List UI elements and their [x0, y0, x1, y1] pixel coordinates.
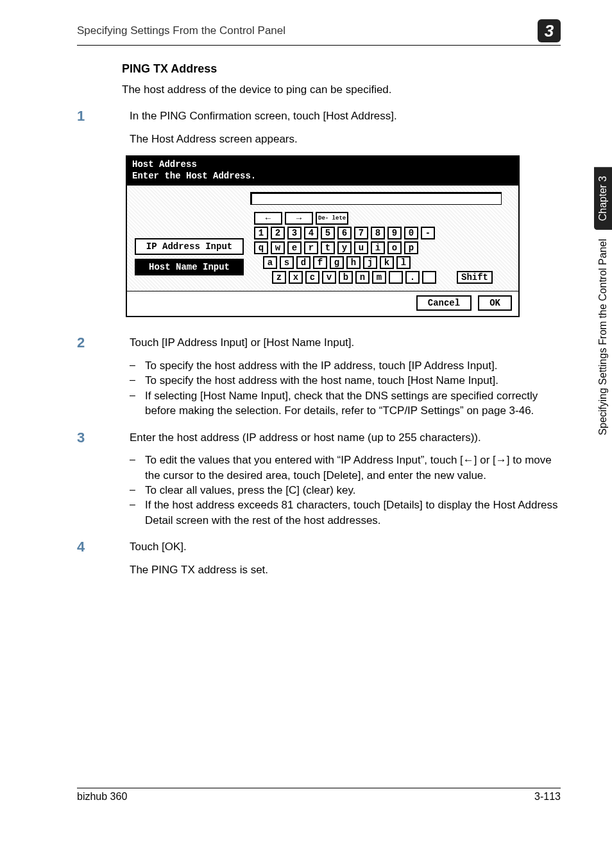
- bullet-text: To specify the host address with the IP …: [145, 358, 497, 373]
- key-s[interactable]: s: [280, 256, 294, 269]
- key-l[interactable]: l: [396, 256, 411, 269]
- host-address-field[interactable]: [250, 192, 502, 205]
- key-2[interactable]: 2: [271, 227, 285, 239]
- key-h[interactable]: h: [346, 256, 361, 269]
- key-u[interactable]: u: [354, 241, 368, 254]
- key-z[interactable]: z: [272, 271, 286, 284]
- key-x[interactable]: x: [289, 271, 303, 284]
- key-m[interactable]: m: [372, 271, 386, 284]
- cancel-button[interactable]: Cancel: [416, 295, 472, 311]
- host-name-input-button[interactable]: Host Name Input: [135, 259, 244, 275]
- key-c[interactable]: c: [305, 271, 319, 284]
- key-j[interactable]: j: [363, 256, 377, 269]
- step-number: 1: [77, 108, 89, 324]
- key-b[interactable]: b: [339, 271, 353, 284]
- step-subtext: The Host Address screen appears.: [130, 132, 561, 146]
- key-a[interactable]: a: [263, 256, 277, 269]
- key-blank2[interactable]: [422, 271, 436, 284]
- bullet-text: To clear all values, press the [C] (clea…: [145, 483, 355, 498]
- running-title: Specifying Settings From the Control Pan…: [77, 24, 285, 37]
- ok-button[interactable]: OK: [478, 295, 512, 311]
- key-q[interactable]: q: [254, 241, 268, 254]
- key-p[interactable]: p: [404, 241, 418, 254]
- side-section-label: Specifying Settings From the Control Pan…: [594, 230, 612, 444]
- key-f[interactable]: f: [313, 256, 327, 269]
- step-text: Enter the host address (IP address or ho…: [130, 430, 561, 445]
- key-i[interactable]: i: [371, 241, 385, 254]
- host-address-dialog: Host Address Enter the Host Address. IP …: [126, 155, 520, 317]
- arrow-right-key[interactable]: →: [285, 212, 313, 225]
- step-number: 2: [77, 335, 89, 418]
- step-text: Touch [IP Address Input] or [Host Name I…: [130, 335, 561, 350]
- bullet-dash: –: [130, 373, 136, 388]
- key-4[interactable]: 4: [304, 227, 318, 239]
- chapter-badge: 3: [538, 19, 561, 42]
- key-6[interactable]: 6: [337, 227, 352, 239]
- arrow-left-key[interactable]: ←: [254, 212, 282, 225]
- key-blank1[interactable]: [389, 271, 403, 284]
- section-heading: PING TX Address: [122, 62, 561, 76]
- key-w[interactable]: w: [271, 241, 285, 254]
- intro-text: The host address of the device to ping c…: [122, 82, 561, 97]
- key-0[interactable]: 0: [404, 227, 418, 239]
- key-k[interactable]: k: [380, 256, 394, 269]
- key-dash[interactable]: -: [421, 227, 435, 239]
- shift-key[interactable]: Shift: [457, 271, 493, 284]
- key-dot[interactable]: .: [405, 271, 420, 284]
- key-y[interactable]: y: [337, 241, 352, 254]
- key-8[interactable]: 8: [371, 227, 385, 239]
- key-t[interactable]: t: [321, 241, 335, 254]
- bullet-text: If selecting [Host Name Input], check th…: [145, 388, 561, 419]
- bullet-dash: –: [130, 453, 136, 483]
- footer-model: bizhub 360: [77, 791, 127, 803]
- key-5[interactable]: 5: [321, 227, 335, 239]
- key-e[interactable]: e: [287, 241, 302, 254]
- step-number: 4: [77, 539, 89, 585]
- step-subtext: The PING TX address is set.: [130, 562, 561, 577]
- bullet-text: To edit the values that you entered with…: [145, 453, 561, 483]
- footer-page: 3-113: [534, 791, 561, 803]
- key-r[interactable]: r: [304, 241, 318, 254]
- bullet-text: If the host address exceeds 81 character…: [145, 498, 561, 528]
- on-screen-keyboard: ← → De- lete 1 2 3 4 5: [254, 210, 511, 286]
- bullet-dash: –: [130, 483, 136, 498]
- key-o[interactable]: o: [387, 241, 402, 254]
- key-7[interactable]: 7: [354, 227, 368, 239]
- key-d[interactable]: d: [296, 256, 310, 269]
- delete-key[interactable]: De- lete: [316, 212, 348, 225]
- step-number: 3: [77, 430, 89, 528]
- bullet-dash: –: [130, 358, 136, 373]
- bullet-dash: –: [130, 388, 136, 419]
- bullet-dash: –: [130, 498, 136, 528]
- step-text: Touch [OK].: [130, 539, 561, 554]
- step-text: In the PING Confirmation screen, touch […: [130, 108, 561, 123]
- ip-address-input-button[interactable]: IP Address Input: [135, 238, 244, 255]
- key-n[interactable]: n: [355, 271, 370, 284]
- key-9[interactable]: 9: [387, 227, 402, 239]
- side-tab: Chapter 3 Specifying Settings From the C…: [594, 167, 612, 444]
- key-3[interactable]: 3: [287, 227, 302, 239]
- dialog-subtitle: Enter the Host Address.: [132, 171, 513, 182]
- key-1[interactable]: 1: [254, 227, 268, 239]
- dialog-title: Host Address: [132, 159, 513, 171]
- key-v[interactable]: v: [322, 271, 336, 284]
- dialog-header: Host Address Enter the Host Address.: [127, 157, 518, 186]
- side-chapter-label: Chapter 3: [594, 167, 612, 230]
- key-g[interactable]: g: [330, 256, 344, 269]
- bullet-text: To specify the host address with the hos…: [145, 373, 498, 388]
